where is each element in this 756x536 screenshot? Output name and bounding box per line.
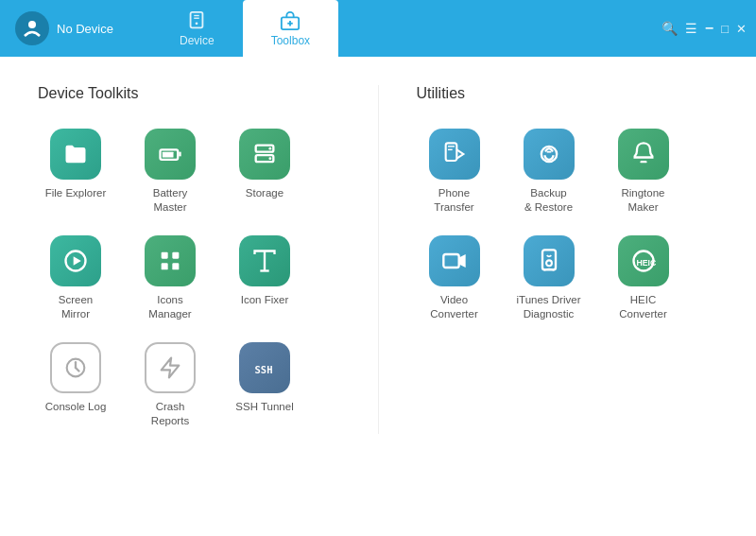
tool-storage[interactable]: Storage [227,123,302,220]
icon-fixer-icon [239,235,290,286]
crash-reports-label: Crash Reports [138,400,202,428]
storage-label: Storage [246,186,284,200]
tab-toolbox[interactable]: Toolbox [243,0,338,57]
crash-reports-icon [145,342,196,393]
title-bar: No Device Device Toolbox 🔍 ☰ − □ [0,0,756,57]
screen-mirror-label: Screen Mirror [43,293,108,321]
svg-rect-1 [191,11,203,27]
screen-mirror-icon [50,235,101,286]
tool-ssh-tunnel[interactable]: SSH SSH Tunnel [227,337,302,434]
toolkits-utilities-wrapper: Device Toolkits File Explorer Battery Ma… [38,85,718,434]
phone-transfer-icon [429,129,480,180]
backup-restore-icon [524,129,575,180]
ssh-tunnel-label: SSH Tunnel [235,400,293,414]
svg-marker-16 [74,256,81,265]
video-converter-label: VideoConverter [430,293,478,321]
tool-icon-fixer[interactable]: Icon Fixer [227,230,302,327]
heic-converter-label: HEIC Converter [611,293,676,321]
video-converter-icon [429,235,480,286]
ringtone-maker-label: Ringtone Maker [611,186,676,215]
tool-file-explorer[interactable]: File Explorer [38,123,113,220]
tool-heic-converter[interactable]: HEIC HEIC Converter [606,230,681,327]
device-toolkits-title: Device Toolkits [38,85,340,102]
svg-rect-17 [162,252,168,259]
storage-icon [239,129,290,180]
icon-fixer-label: Icon Fixer [241,293,289,307]
close-icon[interactable]: ✕ [736,22,747,36]
utilities-grid: Phone Transfer Backup& Restore Ringtone … [417,123,719,327]
tool-video-converter[interactable]: VideoConverter [417,230,492,327]
icons-manager-icon [145,235,196,286]
console-log-icon [50,342,101,393]
device-toolkits-grid: File Explorer Battery Master Storage [38,123,340,434]
svg-text:HEIC: HEIC [636,258,657,268]
svg-rect-19 [162,263,168,269]
tool-console-log[interactable]: Console Log [38,337,113,434]
tool-ringtone-maker[interactable]: Ringtone Maker [606,123,681,220]
svg-text:SSH: SSH [255,364,273,375]
phone-transfer-label: Phone Transfer [422,186,487,215]
svg-point-14 [268,157,271,160]
tool-icons-manager[interactable]: Icons Manager [132,230,208,327]
itunes-driver-icon [524,235,575,286]
svg-point-13 [268,147,271,150]
file-explorer-label: File Explorer [45,186,107,200]
battery-master-icon [145,129,196,180]
device-toolkits-section: Device Toolkits File Explorer Battery Ma… [38,85,378,434]
utilities-title: Utilities [417,85,719,102]
file-explorer-icon [50,129,101,180]
svg-rect-9 [163,152,174,158]
svg-rect-33 [443,254,458,268]
maximize-icon[interactable]: □ [721,22,729,36]
app-header: No Device [0,0,151,57]
ssh-tunnel-icon: SSH [239,342,290,393]
svg-line-25 [76,368,79,372]
window-controls: 🔍 ☰ − □ ✕ [652,0,756,57]
ringtone-maker-icon [618,129,669,180]
svg-rect-20 [172,263,179,269]
backup-restore-label: Backup& Restore [524,186,573,215]
device-status-label: No Device [57,22,113,36]
heic-converter-icon: HEIC [618,235,669,286]
tab-toolbox-label: Toolbox [271,34,310,47]
tool-backup-restore[interactable]: Backup& Restore [511,123,587,220]
search-icon[interactable]: 🔍 [662,21,678,36]
tool-phone-transfer[interactable]: Phone Transfer [417,123,492,220]
minimize-icon[interactable]: − [705,20,713,37]
tool-screen-mirror[interactable]: Screen Mirror [38,230,113,327]
tool-crash-reports[interactable]: Crash Reports [132,337,208,434]
utilities-section: Utilities Phone Transfer Backup& Restore [378,85,719,434]
svg-point-35 [546,260,552,266]
console-log-label: Console Log [45,400,107,414]
app-logo [15,11,49,45]
tab-device[interactable]: Device [151,0,243,57]
svg-rect-27 [445,143,456,161]
svg-rect-18 [172,252,179,259]
tool-itunes-driver[interactable]: iTunes DriverDiagnostic [511,230,587,327]
svg-point-0 [28,21,36,28]
tab-bar: Device Toolbox [151,0,652,57]
main-content: Device Toolkits File Explorer Battery Ma… [0,57,756,536]
svg-point-4 [196,22,198,25]
tool-battery-master[interactable]: Battery Master [132,123,208,220]
icons-manager-label: Icons Manager [138,293,202,321]
itunes-driver-label: iTunes DriverDiagnostic [517,293,581,321]
tab-device-label: Device [180,34,215,47]
menu-icon[interactable]: ☰ [685,21,697,36]
battery-master-label: Battery Master [138,186,202,215]
